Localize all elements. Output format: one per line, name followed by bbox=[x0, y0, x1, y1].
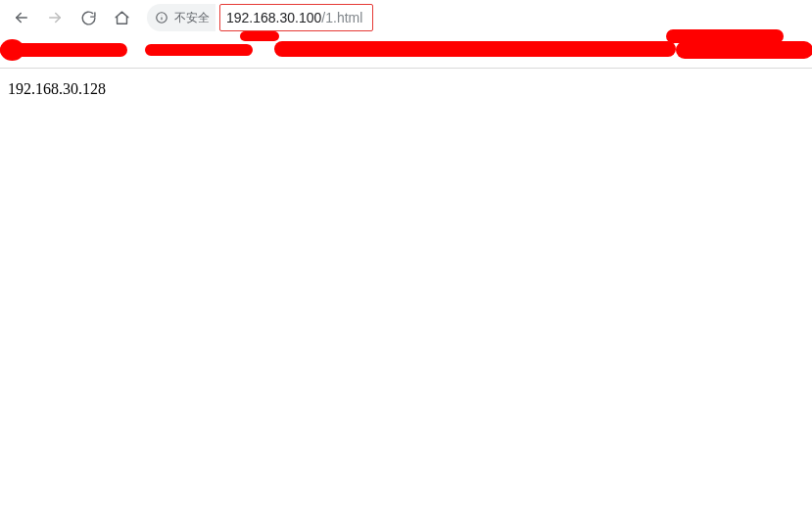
redaction-mark bbox=[676, 41, 812, 59]
url-host: 192.168.30.100 bbox=[226, 10, 321, 25]
reload-button[interactable] bbox=[74, 4, 102, 31]
arrow-left-icon bbox=[13, 9, 30, 26]
redaction-mark bbox=[0, 43, 127, 57]
url-path: /1.html bbox=[321, 10, 362, 25]
redaction-mark bbox=[145, 44, 253, 56]
arrow-right-icon bbox=[46, 9, 64, 26]
reload-icon bbox=[80, 10, 97, 26]
page-body-text: 192.168.30.128 bbox=[8, 80, 106, 97]
url-display[interactable]: 192.168.30.100/1.html bbox=[219, 4, 373, 31]
address-bar[interactable]: 不安全 192.168.30.100/1.html bbox=[147, 4, 373, 31]
redaction-mark bbox=[240, 31, 279, 41]
redaction-mark bbox=[274, 41, 676, 57]
info-icon bbox=[155, 11, 168, 24]
bookmarks-bar bbox=[0, 35, 812, 69]
page-content: 192.168.30.128 bbox=[0, 69, 812, 110]
home-icon bbox=[114, 10, 130, 26]
site-security-chip[interactable]: 不安全 bbox=[147, 4, 215, 31]
home-button[interactable] bbox=[108, 4, 135, 31]
forward-button[interactable] bbox=[41, 4, 69, 31]
site-security-label: 不安全 bbox=[174, 10, 210, 26]
back-button[interactable] bbox=[8, 4, 35, 31]
